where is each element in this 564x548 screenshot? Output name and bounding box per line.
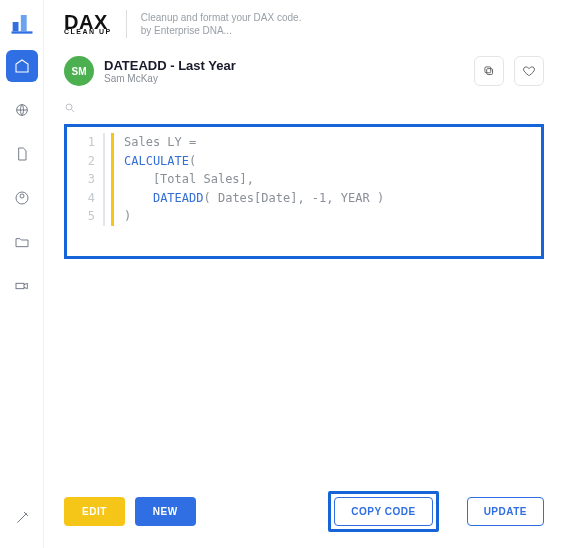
update-button[interactable]: UPDATE <box>467 497 544 526</box>
code-token: CALCULATE <box>124 154 189 168</box>
search-icon[interactable] <box>64 100 544 118</box>
code-token: ( Dates[Date], -1, YEAR ) <box>203 191 384 205</box>
tagline: Cleanup and format your DAX code. by Ent… <box>141 11 302 37</box>
code-token: Sales LY = <box>124 135 196 149</box>
code-editor[interactable]: 1 2 3 4 5 Sales LY = CALCULATE( [Total S… <box>73 133 535 226</box>
header-divider <box>126 10 127 38</box>
code-token: DATEADD <box>153 191 204 205</box>
brand-subtitle: CLEAN UP <box>64 29 112 35</box>
snippet-title: DATEADD - Last Year <box>104 58 464 73</box>
sidebar <box>0 0 44 548</box>
favorite-icon-button[interactable] <box>514 56 544 86</box>
line-gutter: 1 2 3 4 5 <box>73 133 105 226</box>
tagline-line1: Cleanup and format your DAX code. <box>141 11 302 24</box>
code-editor-highlight: 1 2 3 4 5 Sales LY = CALCULATE( [Total S… <box>64 124 544 259</box>
snippet-header: SM DATEADD - Last Year Sam McKay <box>64 56 544 86</box>
app-logo-icon <box>8 8 36 36</box>
line-number: 5 <box>73 207 95 226</box>
snippet-author: Sam McKay <box>104 73 464 84</box>
tagline-line2: by Enterprise DNA... <box>141 24 302 37</box>
code-content: Sales LY = CALCULATE( [Total Sales], DAT… <box>124 133 535 226</box>
copy-icon-button[interactable] <box>474 56 504 86</box>
copy-code-highlight: COPY CODE <box>328 491 438 532</box>
line-number: 3 <box>73 170 95 189</box>
header: DAX CLEAN UP Cleanup and format your DAX… <box>64 10 544 38</box>
svg-point-3 <box>20 194 24 198</box>
sidebar-item-settings[interactable] <box>6 502 38 534</box>
code-token: [Total Sales], <box>124 172 254 186</box>
sidebar-item-folder[interactable] <box>6 226 38 258</box>
code-indicator-bar <box>111 133 114 226</box>
svg-point-8 <box>66 104 72 110</box>
sidebar-item-home[interactable] <box>6 50 38 82</box>
brand-logo: DAX CLEAN UP <box>64 13 112 35</box>
line-number: 2 <box>73 152 95 171</box>
code-token: ) <box>124 209 131 223</box>
main-panel: DAX CLEAN UP Cleanup and format your DAX… <box>44 0 564 548</box>
sidebar-item-video[interactable] <box>6 270 38 302</box>
line-number: 1 <box>73 133 95 152</box>
svg-rect-0 <box>12 22 18 31</box>
new-button[interactable]: NEW <box>135 497 196 526</box>
svg-rect-7 <box>485 67 491 73</box>
svg-rect-5 <box>16 283 24 288</box>
sidebar-item-user[interactable] <box>6 182 38 214</box>
copy-code-button[interactable]: COPY CODE <box>334 497 432 526</box>
code-token: ( <box>189 154 196 168</box>
svg-rect-1 <box>20 15 26 31</box>
line-number: 4 <box>73 189 95 208</box>
sidebar-item-globe[interactable] <box>6 94 38 126</box>
sidebar-item-file[interactable] <box>6 138 38 170</box>
edit-button[interactable]: EDIT <box>64 497 125 526</box>
avatar: SM <box>64 56 94 86</box>
snippet-info: DATEADD - Last Year Sam McKay <box>104 58 464 84</box>
svg-rect-6 <box>487 69 493 75</box>
code-token <box>124 191 153 205</box>
footer-actions: EDIT NEW COPY CODE UPDATE <box>64 477 544 548</box>
